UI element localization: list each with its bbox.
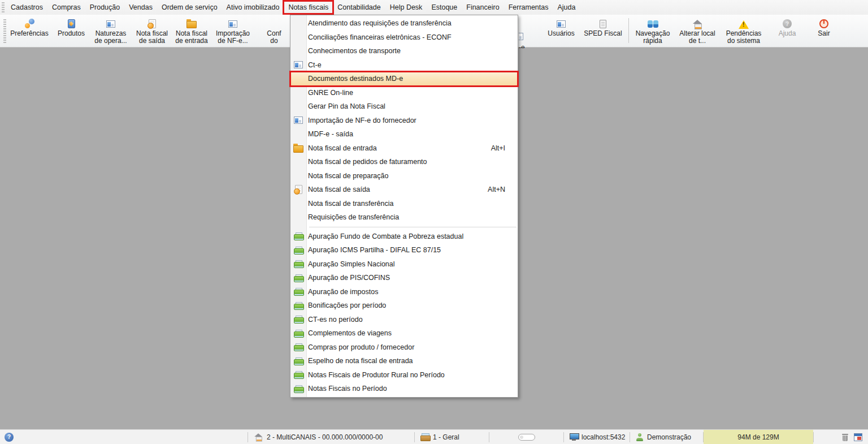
menubar-item[interactable]: Ativo imobilizado bbox=[222, 1, 284, 14]
menu-item[interactable]: Atendimento das requisições de transferê… bbox=[290, 16, 518, 31]
toolbar-button[interactable]: Nota fiscal de saída bbox=[132, 16, 172, 46]
menu-item-label: Apuração Simples Nacional bbox=[308, 260, 395, 268]
menu-item[interactable]: Nota fiscal de transferência bbox=[290, 197, 518, 211]
menu-item[interactable]: Importação de NF-e do fornecedor bbox=[290, 114, 518, 128]
menubar-item[interactable]: Estoque bbox=[427, 1, 462, 14]
statusbar-server-panel[interactable]: localhost:5432 bbox=[564, 430, 630, 444]
menubar-item[interactable]: Notas fiscais bbox=[284, 1, 333, 14]
menubar-item-label: Help Desk bbox=[390, 3, 423, 11]
menu-item[interactable]: CT-es no período bbox=[290, 313, 518, 327]
menu-item[interactable]: Nota fiscal de preparação bbox=[290, 169, 518, 183]
toolbar-button[interactable]: Naturezas de opera... bbox=[89, 16, 132, 46]
menu-item[interactable]: Ct-e bbox=[290, 58, 518, 72]
menu-item[interactable]: Complementos de viagens bbox=[290, 326, 518, 340]
menu-item[interactable]: Gerar Pin da Nota Fiscal bbox=[290, 100, 518, 114]
printer-icon bbox=[294, 232, 303, 240]
toolbar-button[interactable]: Nota fiscal de entrada bbox=[172, 16, 211, 46]
menu-item-label: Atendimento das requisições de transferê… bbox=[308, 19, 452, 27]
menu-item[interactable]: Notas Fiscais de Produtor Rural no Perío… bbox=[290, 368, 518, 382]
toolbar-button[interactable]: Alterar local de t... bbox=[674, 16, 721, 46]
menu-item[interactable]: Notas Fiscais no Período bbox=[290, 382, 518, 396]
printer-icon bbox=[294, 260, 303, 268]
menu-item-label: Importação de NF-e do fornecedor bbox=[308, 117, 416, 124]
menubar-item[interactable]: Contabilidade bbox=[333, 1, 385, 14]
menu-item-label: Nota fiscal de pedidos de faturamento bbox=[308, 158, 427, 166]
toolbar-button-label: Preferências bbox=[10, 30, 48, 37]
chart-icon bbox=[557, 20, 566, 28]
menubar-item[interactable]: Cadastros bbox=[6, 1, 47, 14]
menu-item[interactable]: Apuração Simples Nacional bbox=[290, 257, 518, 271]
menu-item[interactable]: Apuração de PIS/COFINS bbox=[290, 271, 518, 285]
trash-icon[interactable] bbox=[842, 433, 848, 441]
statusbar-memory-panel[interactable]: 94M de 129M bbox=[704, 430, 813, 444]
printer-icon bbox=[294, 316, 303, 324]
menu-item-label: Nota fiscal de transferência bbox=[308, 200, 393, 208]
menu-item-label: Gerar Pin da Nota Fiscal bbox=[308, 102, 385, 110]
calendar-icon[interactable] bbox=[854, 433, 862, 441]
no-icon bbox=[294, 157, 303, 166]
toolbar-button[interactable]: Ajuda bbox=[767, 16, 808, 46]
menu-item[interactable]: Requisições de transferência bbox=[290, 210, 518, 225]
statusbar-progress-panel bbox=[489, 430, 563, 444]
toolbar-button[interactable]: Produtos bbox=[53, 16, 89, 46]
chart-icon bbox=[294, 117, 303, 124]
menubar-item[interactable]: Produção bbox=[85, 1, 125, 14]
menu-item[interactable]: Apuração ICMS Partilha - DIFAL EC 87/15 bbox=[290, 243, 518, 257]
toolbar-button[interactable]: Preferências bbox=[6, 16, 53, 46]
menu-item[interactable]: Nota fiscal de saída Alt+N bbox=[290, 183, 518, 197]
chart-icon bbox=[106, 20, 115, 28]
sped-doc-icon bbox=[600, 20, 606, 28]
no-icon bbox=[294, 33, 303, 42]
toolbar-button[interactable]: Navegação rápida bbox=[631, 16, 674, 46]
menu-item[interactable]: Nota fiscal de entrada Alt+I bbox=[290, 141, 518, 156]
toolbar-button[interactable]: Usuários bbox=[542, 16, 580, 46]
menu-item[interactable]: MDF-e - saída bbox=[290, 127, 518, 141]
menubar-item[interactable]: Compras bbox=[47, 1, 85, 14]
help-icon[interactable] bbox=[5, 433, 14, 442]
toolbar-button-label: Conf do bbox=[267, 30, 281, 45]
no-icon bbox=[294, 171, 303, 180]
company-label: 2 - MultiCANAIS - 00.000.000/0000-00 bbox=[267, 433, 383, 441]
menu-item[interactable]: Documentos destinados MD-e bbox=[290, 72, 518, 86]
toolbar-button[interactable]: SPED Fiscal bbox=[580, 16, 626, 46]
menubar-item[interactable]: Help Desk bbox=[385, 1, 427, 14]
menu-item[interactable]: Compras por produto / fornecedor bbox=[290, 340, 518, 355]
menu-item-shortcut: Alt+N bbox=[488, 186, 518, 193]
no-icon bbox=[294, 74, 303, 83]
menu-item-label: Documentos destinados MD-e bbox=[308, 75, 403, 83]
toolbar-button[interactable]: Sair bbox=[808, 16, 840, 46]
toolbar-button-label: Nota fiscal de entrada bbox=[175, 30, 207, 45]
toolbar-button[interactable]: Conf do bbox=[254, 16, 294, 46]
toolbar-button-label: Alterar local de t... bbox=[679, 30, 715, 45]
home-icon bbox=[254, 433, 262, 441]
menu-item-label: Ct-e bbox=[308, 61, 322, 69]
location-label: 1 - Geral bbox=[433, 433, 459, 441]
menubar-gripper[interactable] bbox=[2, 2, 5, 12]
statusbar-user-panel[interactable]: Demonstração bbox=[630, 430, 703, 444]
menu-item-label: Compras por produto / fornecedor bbox=[308, 343, 414, 351]
progress-indicator bbox=[518, 434, 535, 441]
menubar: Cadastros Compras Produção Vendas Ordem … bbox=[0, 0, 868, 15]
menu-item[interactable]: Conhecimentos de transporte bbox=[290, 44, 518, 58]
menubar-item[interactable]: Ordem de serviço bbox=[157, 1, 222, 14]
menu-item[interactable]: Conciliações financeiras eletrônicas - E… bbox=[290, 31, 518, 45]
menubar-item[interactable]: Ferramentas bbox=[504, 1, 553, 14]
menubar-item[interactable]: Ajuda bbox=[553, 1, 580, 14]
menu-item-label: Nota fiscal de saída bbox=[308, 186, 370, 193]
menu-item[interactable]: Apuração de impostos bbox=[290, 285, 518, 299]
menu-item[interactable]: Apuração Fundo de Combate a Pobreza esta… bbox=[290, 230, 518, 244]
toolbar-button[interactable]: Pendências do sistema bbox=[721, 16, 767, 46]
no-icon bbox=[270, 19, 279, 28]
menu-item[interactable]: Espelho de nota fiscal de entrada bbox=[290, 354, 518, 368]
user-label: Demonstração bbox=[647, 433, 691, 441]
statusbar-location-panel[interactable]: 1 - Geral bbox=[415, 430, 489, 444]
printer-icon bbox=[294, 371, 303, 379]
menu-item[interactable]: Nota fiscal de pedidos de faturamento bbox=[290, 155, 518, 169]
toolbar-button[interactable]: Importação de NF-e... bbox=[211, 16, 254, 46]
menu-item[interactable]: Bonificações por período bbox=[290, 299, 518, 313]
separator bbox=[309, 227, 517, 227]
menubar-item[interactable]: Vendas bbox=[124, 1, 157, 14]
statusbar-company-panel[interactable]: 2 - MultiCANAIS - 00.000.000/0000-00 bbox=[248, 430, 414, 444]
menu-item[interactable]: GNRE On-line bbox=[290, 86, 518, 100]
menubar-item[interactable]: Financeiro bbox=[462, 1, 504, 14]
